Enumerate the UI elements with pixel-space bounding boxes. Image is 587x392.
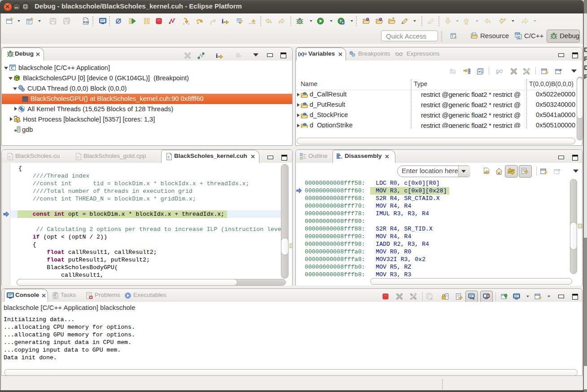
svg-text:c: c (9, 155, 11, 160)
svg-text:i: i (222, 17, 223, 25)
svg-text:i: i (216, 52, 218, 59)
svg-text:c: c (168, 155, 170, 160)
svg-text:010: 010 (83, 21, 89, 24)
svg-text:c: c (77, 155, 79, 160)
svg-text:C: C (518, 35, 521, 39)
svg-text:C: C (11, 66, 14, 70)
